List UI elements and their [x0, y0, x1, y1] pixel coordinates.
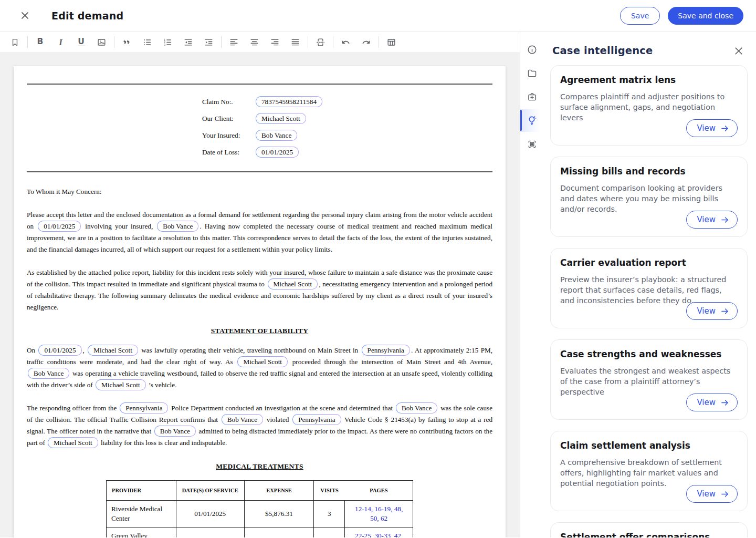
field-chip[interactable]: Michael Scott	[268, 278, 318, 289]
insight-card: Carrier evaluation reportPreview the ins…	[550, 248, 748, 328]
frame-text-icon	[527, 139, 538, 150]
letter-paragraph: Please accept this letter and the enclos…	[27, 209, 492, 255]
editor-canvas: Claim No:.7837545958211584Our Client:Mic…	[0, 53, 520, 537]
document-page[interactable]: Claim No:.7837545958211584Our Client:Mic…	[14, 66, 506, 537]
field-chip[interactable]: Pennsylvania	[292, 414, 341, 425]
view-button[interactable]: View	[686, 211, 738, 229]
redo-button[interactable]	[356, 34, 376, 50]
numbered-list-icon: 123	[163, 37, 173, 47]
pages-cell: 12-14, 16-19, 48, 50, 62	[345, 501, 413, 527]
claim-field-label: Claim No:.	[202, 98, 255, 106]
view-button[interactable]: View	[686, 394, 738, 411]
table-header-cell: EXPENSE	[244, 481, 314, 501]
view-button[interactable]: View	[686, 485, 738, 503]
table-header-cell: PAGES	[345, 481, 413, 501]
field-chip[interactable]: Michael Scott	[256, 113, 306, 124]
letter-paragraph: On 01/01/2025, Michael Scott was lawfull…	[27, 345, 492, 391]
rail-item-info[interactable]	[520, 38, 543, 61]
view-button[interactable]: View	[686, 119, 738, 137]
indent-button[interactable]	[198, 34, 219, 50]
card-title: Settlement offer comparisons	[560, 532, 738, 537]
toolbar-separator	[27, 36, 28, 48]
panel-header: Case intelligence	[550, 32, 748, 64]
card-description: Preview the insurer’s playbook: a struct…	[560, 274, 738, 306]
field-chip[interactable]: 7837545958211584	[256, 96, 322, 107]
image-icon	[97, 37, 107, 47]
treatments-heading: MEDICAL TREATMENTS	[27, 462, 492, 471]
field-chip[interactable]: Pennsylvania	[362, 345, 410, 356]
expense-cell: $6,245.00	[244, 527, 314, 538]
side-icon-rail	[520, 32, 543, 537]
field-chip[interactable]: 01/01/2025	[38, 221, 81, 232]
pages-link[interactable]: 22-25, 30-33, 42, 54, 70	[355, 532, 403, 537]
field-chip[interactable]: Michael Scott	[48, 437, 98, 448]
blockquote-button[interactable]	[117, 34, 137, 50]
toolbar-separator	[308, 36, 308, 48]
field-chip[interactable]: 01/01/2025	[256, 147, 299, 158]
field-chip[interactable]: 01/01/2025	[38, 345, 81, 356]
outdent-button[interactable]	[178, 34, 198, 50]
align-right-button[interactable]	[265, 34, 285, 50]
toolbar-separator	[221, 36, 222, 48]
rail-item-documents[interactable]	[520, 61, 543, 85]
numbered-list-button[interactable]: 123	[158, 34, 178, 50]
editor-column: BIU123 Claim No:.7837545958211584Our Cli…	[0, 32, 520, 537]
table-header-row: PROVIDERDATE(S) OF SERVICEEXPENSEVISITSP…	[107, 481, 413, 501]
field-chip[interactable]: Pennsylvania	[120, 402, 168, 413]
bookmark-button[interactable]	[5, 34, 25, 50]
card-title: Claim settlement analysis	[560, 440, 738, 451]
italic-button[interactable]: I	[50, 34, 71, 50]
field-chip[interactable]: Bob Vance	[157, 221, 198, 232]
align-center-button[interactable]	[244, 34, 265, 50]
arrow-right-icon	[720, 124, 729, 133]
field-chip[interactable]: Bob Vance	[28, 368, 69, 379]
page-break-button[interactable]	[310, 34, 331, 50]
arrow-right-icon	[720, 490, 729, 499]
view-button[interactable]: View	[686, 302, 738, 320]
provider-cell: Green Valley Hospital	[107, 527, 176, 538]
bold-button[interactable]: B	[30, 34, 50, 50]
field-chip[interactable]: Bob Vance	[222, 414, 263, 425]
rail-item-add-to-case[interactable]	[520, 85, 543, 108]
italic-icon: I	[59, 38, 62, 47]
case-add-icon	[527, 91, 538, 102]
field-chip[interactable]: Michael Scott	[96, 379, 146, 390]
insight-card: Claim settlement analysisA comprehensive…	[550, 431, 748, 511]
close-icon[interactable]	[18, 9, 32, 23]
align-right-icon	[270, 37, 280, 47]
underline-button[interactable]: U	[71, 34, 91, 50]
main-area: BIU123 Claim No:.7837545958211584Our Cli…	[0, 32, 756, 537]
medical-treatments-table: PROVIDERDATE(S) OF SERVICEEXPENSEVISITSP…	[106, 480, 413, 537]
save-button[interactable]: Save	[620, 7, 660, 25]
align-center-icon	[249, 37, 259, 47]
field-chip[interactable]: Bob Vance	[154, 426, 196, 437]
case-intelligence-panel: Case intelligence Agreement matrix lensC…	[543, 32, 756, 537]
view-button-label: View	[697, 306, 716, 316]
undo-button[interactable]	[335, 34, 356, 50]
rail-item-summary-frame[interactable]	[520, 132, 543, 156]
rail-item-case-intelligence[interactable]	[520, 109, 543, 132]
field-chip[interactable]: Michael Scott	[88, 345, 138, 356]
visits-cell: 4	[314, 527, 345, 538]
liability-heading: STATEMENT OF LIABILITY	[27, 327, 492, 335]
table-button[interactable]	[381, 34, 402, 50]
field-chip[interactable]: Michael Scott	[237, 356, 288, 367]
image-button[interactable]	[91, 34, 112, 50]
card-description: Evaluates the strongest and weakest aspe…	[560, 366, 738, 397]
letter-body: To Whom it May Concern: Please accept th…	[27, 186, 492, 537]
page-break-icon	[316, 37, 326, 47]
card-title: Missing bills and records	[560, 166, 738, 177]
field-chip[interactable]: Bob Vance	[396, 402, 437, 413]
field-chip[interactable]: Bob Vance	[256, 130, 297, 141]
panel-close-icon[interactable]	[733, 45, 744, 57]
card-title: Agreement matrix lens	[560, 75, 738, 85]
top-bar: Edit demand Save Save and close	[0, 0, 756, 32]
toolbar-separator	[114, 36, 114, 48]
pages-link[interactable]: 12-14, 16-19, 48, 50, 62	[355, 505, 403, 522]
outdent-icon	[183, 37, 193, 47]
bullet-list-button[interactable]	[137, 34, 158, 50]
save-and-close-button[interactable]: Save and close	[668, 7, 743, 25]
align-left-button[interactable]	[224, 34, 244, 50]
align-justify-button[interactable]	[285, 34, 306, 50]
arrow-right-icon	[720, 398, 729, 407]
